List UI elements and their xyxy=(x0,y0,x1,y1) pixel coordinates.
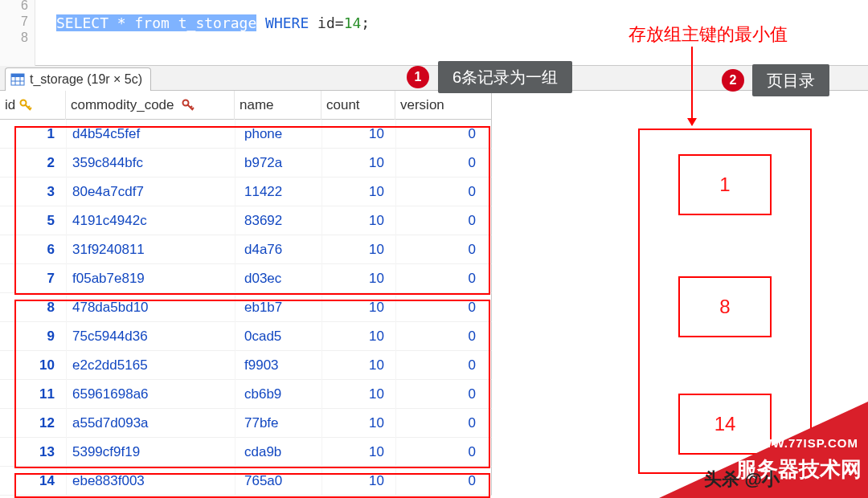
cell-id: 11 xyxy=(0,380,66,409)
table-row[interactable]: 2359c844bfcb972a100 xyxy=(0,149,492,178)
line-number: 7 xyxy=(21,14,28,29)
table-row[interactable]: 1165961698a6cb6b9100 xyxy=(0,380,492,409)
cell-code: f05ab7e819 xyxy=(66,264,235,293)
svg-rect-1 xyxy=(11,74,24,77)
cell-id: 12 xyxy=(0,409,66,438)
table-row[interactable]: 10e2c2dd5165f9903100 xyxy=(0,351,492,380)
watermark-credit: 头杀 @小 xyxy=(704,467,780,492)
cell-id: 10 xyxy=(0,351,66,380)
primary-key-icon xyxy=(18,98,33,112)
cell-name: 765a0 xyxy=(235,467,321,496)
cell-id: 14 xyxy=(0,467,66,496)
cell-version: 0 xyxy=(395,178,487,206)
foreign-key-icon xyxy=(181,98,195,112)
table-row[interactable]: 7f05ab7e819d03ec100 xyxy=(0,264,492,293)
watermark-url: WWW.77ISP.COM xyxy=(748,436,858,450)
cell-name: 0cad5 xyxy=(235,322,321,351)
table-row[interactable]: 631f9240811d4a76100 xyxy=(0,235,492,264)
line-number: 6 xyxy=(21,0,28,13)
table-row[interactable]: 975c5944d360cad5100 xyxy=(0,322,492,351)
cell-code: 5399cf9f19 xyxy=(66,438,235,467)
cell-version: 0 xyxy=(395,351,487,380)
cell-id: 2 xyxy=(0,149,66,178)
cell-code: a55d7d093a xyxy=(66,409,235,438)
cell-name: 83692 xyxy=(235,206,321,235)
cell-name: d4a76 xyxy=(235,235,321,264)
cell-id: 9 xyxy=(0,322,66,351)
col-version[interactable]: version xyxy=(395,91,487,120)
table-header: id commodity_code name count version xyxy=(0,91,492,120)
cell-id: 13 xyxy=(0,438,66,467)
result-tab[interactable]: t_storage (19r × 5c) xyxy=(5,67,151,91)
col-count[interactable]: count xyxy=(321,91,395,120)
cell-name: eb1b7 xyxy=(235,293,321,322)
cell-name: cb6b9 xyxy=(235,380,321,409)
cell-version: 0 xyxy=(395,235,487,264)
cell-name: d03ec xyxy=(235,264,321,293)
arrow-icon xyxy=(691,47,693,125)
cell-code: 359c844bfc xyxy=(66,149,235,178)
cell-name: phone xyxy=(235,120,321,149)
cell-code: 31f9240811 xyxy=(66,235,235,264)
cell-version: 0 xyxy=(395,380,487,409)
cell-code: d4b54c5fef xyxy=(66,120,235,149)
sql-selected-text: SELECT * from t_storage xyxy=(56,14,256,31)
cell-count: 10 xyxy=(321,438,395,467)
callout-text-1: 6条记录为一组 xyxy=(438,61,572,93)
cell-count: 10 xyxy=(321,149,395,178)
page-dir-entry-1: 1 xyxy=(678,154,772,215)
table-row[interactable]: 8478da5bd10eb1b7100 xyxy=(0,293,492,322)
table-row[interactable]: 14ebe883f003765a0100 xyxy=(0,467,492,496)
cell-count: 10 xyxy=(321,120,395,149)
table-icon xyxy=(10,72,25,87)
cell-count: 10 xyxy=(321,264,395,293)
callout-badge-1: 1 xyxy=(407,66,429,88)
table-row[interactable]: 135399cf9f19cda9b100 xyxy=(0,438,492,467)
cell-id: 3 xyxy=(0,178,66,206)
cell-count: 10 xyxy=(321,322,395,351)
cell-name: cda9b xyxy=(235,438,321,467)
sql-statement[interactable]: SELECT * from t_storage WHERE id=14; xyxy=(56,14,370,31)
cell-count: 10 xyxy=(321,467,395,496)
cell-code: 478da5bd10 xyxy=(66,293,235,322)
page-dir-entry-2: 8 xyxy=(678,276,772,337)
note-min-key: 存放组主键的最小值 xyxy=(628,22,788,47)
cell-count: 10 xyxy=(321,380,395,409)
cell-count: 10 xyxy=(321,235,395,264)
table-row[interactable]: 380e4a7cdf711422100 xyxy=(0,178,492,206)
result-tab-label: t_storage (19r × 5c) xyxy=(30,72,142,87)
cell-code: ebe883f003 xyxy=(66,467,235,496)
cell-id: 1 xyxy=(0,120,66,149)
line-gutter: 6 7 8 xyxy=(0,0,35,66)
cell-name: f9903 xyxy=(235,351,321,380)
table-row[interactable]: 54191c4942c83692100 xyxy=(0,206,492,235)
col-id[interactable]: id xyxy=(0,91,66,120)
cell-count: 10 xyxy=(321,206,395,235)
cell-id: 7 xyxy=(0,264,66,293)
cell-id: 6 xyxy=(0,235,66,264)
cell-version: 0 xyxy=(395,322,487,351)
cell-name: b972a xyxy=(235,149,321,178)
table-row[interactable]: 12a55d7d093a77bfe100 xyxy=(0,409,492,438)
col-commodity-code[interactable]: commodity_code xyxy=(66,91,235,120)
cell-count: 10 xyxy=(321,351,395,380)
cell-version: 0 xyxy=(395,409,487,438)
cell-version: 0 xyxy=(395,120,487,149)
cell-name: 77bfe xyxy=(235,409,321,438)
table-row[interactable]: 1d4b54c5fefphone100 xyxy=(0,120,492,149)
cell-count: 10 xyxy=(321,293,395,322)
cell-count: 10 xyxy=(321,178,395,206)
cell-version: 0 xyxy=(395,293,487,322)
line-number: 8 xyxy=(21,31,28,45)
cell-version: 0 xyxy=(395,206,487,235)
cell-code: 75c5944d36 xyxy=(66,322,235,351)
callout-text-2: 页目录 xyxy=(752,64,829,96)
cell-code: e2c2dd5165 xyxy=(66,351,235,380)
col-name[interactable]: name xyxy=(235,91,321,120)
cell-version: 0 xyxy=(395,149,487,178)
cell-code: 65961698a6 xyxy=(66,380,235,409)
cell-count: 10 xyxy=(321,409,395,438)
cell-version: 0 xyxy=(395,264,487,293)
cell-code: 4191c4942c xyxy=(66,206,235,235)
cell-code: 80e4a7cdf7 xyxy=(66,178,235,206)
